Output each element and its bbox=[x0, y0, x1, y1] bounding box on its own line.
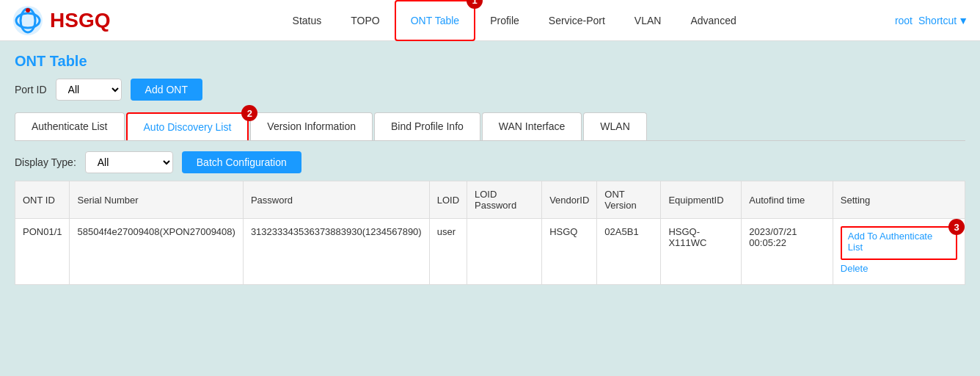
logo-text: HSGQ bbox=[50, 9, 110, 32]
cell-equipment-id: HSGQ-X111WC bbox=[661, 219, 742, 285]
col-equipment-id: EquipmentID bbox=[661, 181, 742, 219]
nav-vlan[interactable]: VLAN bbox=[620, 1, 676, 40]
svg-point-3 bbox=[26, 8, 30, 12]
cell-vendor-id: HSGQ bbox=[542, 219, 597, 285]
nav-topo[interactable]: TOPO bbox=[336, 1, 394, 40]
cell-loid: user bbox=[429, 219, 467, 285]
col-ont-version: ONT Version bbox=[597, 181, 661, 219]
port-id-label: Port ID bbox=[15, 84, 47, 95]
col-loid-password: LOID Password bbox=[467, 181, 542, 219]
nav-menu: Status TOPO ONT Table 1 Profile Service-… bbox=[134, 0, 894, 41]
cell-autofind-time: 2023/07/21 00:05:22 bbox=[742, 219, 833, 285]
col-setting: Setting bbox=[833, 181, 965, 219]
col-serial-number: Serial Number bbox=[70, 181, 243, 219]
tabs-bar: Authenticate List Auto Discovery List 2 … bbox=[15, 112, 965, 141]
col-password: Password bbox=[243, 181, 429, 219]
tab-wlan[interactable]: WLAN bbox=[583, 112, 646, 140]
cell-setting: Add To Authenticate List 3 Delete bbox=[833, 219, 965, 285]
setting-badge-3: 3 bbox=[948, 219, 965, 235]
tab-bind-profile-info[interactable]: Bind Profile Info bbox=[374, 112, 480, 140]
filter-row: Display Type: All Batch Configuration bbox=[15, 141, 965, 181]
display-type-select[interactable]: All bbox=[85, 151, 173, 173]
nav-user: root bbox=[895, 15, 913, 26]
tab-wan-interface[interactable]: WAN Interface bbox=[482, 112, 582, 140]
logo-area: HSGQ bbox=[12, 4, 110, 37]
batch-configuration-button[interactable]: Batch Configuration bbox=[182, 151, 301, 173]
cell-ont-id: PON01/1 bbox=[15, 219, 70, 285]
col-ont-id: ONT ID bbox=[15, 181, 70, 219]
display-type-label: Display Type: bbox=[15, 156, 76, 168]
add-ont-button[interactable]: Add ONT bbox=[131, 79, 202, 101]
ont-table: ONT ID Serial Number Password LOID LOID … bbox=[15, 181, 965, 285]
nav-ont-table[interactable]: ONT Table bbox=[395, 0, 475, 41]
col-vendor-id: VendorID bbox=[542, 181, 597, 219]
toolbar: Port ID All Add ONT bbox=[15, 79, 965, 101]
cell-loid-password bbox=[467, 219, 542, 285]
nav-right: root Shortcut ▼ bbox=[895, 15, 968, 26]
table-wrapper: ForoISP ONT ID Serial Number Password LO… bbox=[15, 181, 965, 285]
table-row: PON01/1 58504f4e27009408(XPON27009408) 3… bbox=[15, 219, 965, 285]
tab-auto-discovery-list[interactable]: Auto Discovery List bbox=[126, 112, 249, 140]
nav-shortcut[interactable]: Shortcut ▼ bbox=[918, 15, 968, 26]
nav-service-port[interactable]: Service-Port bbox=[534, 1, 620, 40]
add-to-authenticate-button[interactable]: Add To Authenticate List bbox=[848, 231, 950, 253]
cell-password: 313233343536373883930(1234567890) bbox=[243, 219, 429, 285]
page-title: ONT Table bbox=[15, 53, 965, 70]
main-content: ONT Table Port ID All Add ONT Authentica… bbox=[0, 41, 980, 297]
table-header-row: ONT ID Serial Number Password LOID LOID … bbox=[15, 181, 965, 219]
cell-serial-number: 58504f4e27009408(XPON27009408) bbox=[70, 219, 243, 285]
port-id-select[interactable]: All bbox=[56, 79, 122, 101]
logo-icon bbox=[12, 4, 44, 37]
add-to-authenticate-box: Add To Authenticate List bbox=[841, 226, 957, 260]
cell-ont-version: 02A5B1 bbox=[597, 219, 661, 285]
tab-version-information[interactable]: Version Information bbox=[250, 112, 373, 140]
nav-profile[interactable]: Profile bbox=[475, 1, 534, 40]
header: HSGQ Status TOPO ONT Table 1 Profile Ser… bbox=[0, 0, 980, 41]
nav-status[interactable]: Status bbox=[278, 1, 337, 40]
delete-button[interactable]: Delete bbox=[841, 263, 957, 274]
col-autofind-time: Autofind time bbox=[742, 181, 833, 219]
tab-authenticate-list[interactable]: Authenticate List bbox=[15, 112, 125, 140]
col-loid: LOID bbox=[429, 181, 467, 219]
nav-advanced[interactable]: Advanced bbox=[676, 1, 750, 40]
